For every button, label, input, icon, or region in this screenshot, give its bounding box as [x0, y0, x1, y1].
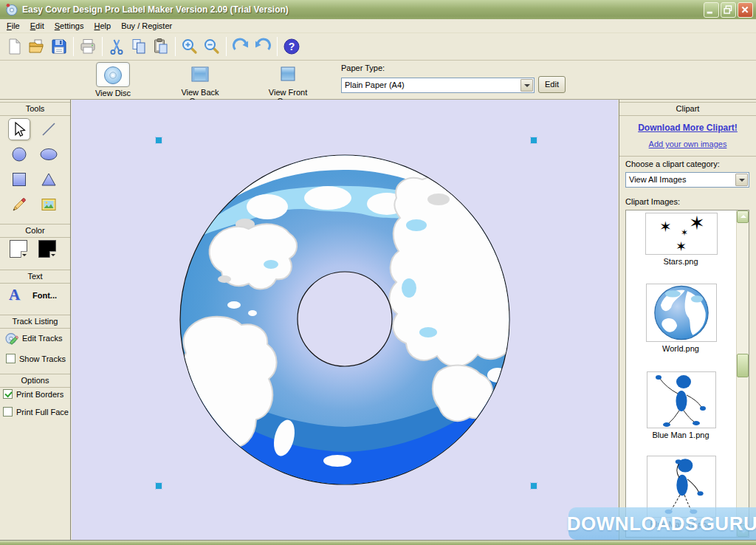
redo-button[interactable] [230, 35, 252, 58]
main-toolbar: ? [0, 33, 756, 61]
copy-button[interactable] [128, 35, 150, 58]
show-tracks-label[interactable]: Show Tracks [19, 354, 66, 363]
tool-rectangle[interactable] [8, 168, 30, 191]
print-button[interactable] [77, 35, 99, 58]
open-button[interactable] [26, 35, 48, 58]
undo-arrow-icon [254, 38, 272, 55]
ellipse-icon [40, 145, 58, 163]
font-a-icon: A [9, 286, 20, 304]
star-icon: ✶ [676, 240, 687, 253]
add-your-own-images-link[interactable]: Add your own images [619, 140, 756, 148]
selection-handle-bottom-right[interactable] [531, 483, 537, 489]
download-more-clipart-link[interactable]: Download More Clipart! [619, 123, 756, 133]
menu-file[interactable]: File [1, 20, 25, 32]
clipart-item-blue-man-1[interactable] [647, 371, 716, 428]
dropdown-arrow-icon[interactable] [735, 174, 748, 186]
scrollbar-thumb[interactable] [737, 354, 749, 377]
minimize-button[interactable] [704, 2, 719, 18]
paste-button[interactable] [150, 35, 172, 58]
tool-triangle[interactable] [38, 168, 60, 191]
tool-circle[interactable] [8, 143, 30, 165]
background-color-swatch[interactable] [38, 240, 56, 258]
clipart-category-value: View All Images [629, 175, 686, 184]
clipart-item-label: World.png [626, 344, 735, 353]
tools-sidebar: Tools [0, 100, 71, 540]
toolbar-separator [277, 37, 278, 56]
triangle-icon [40, 171, 58, 188]
help-button[interactable]: ? [281, 35, 303, 58]
undo-button[interactable] [252, 35, 274, 58]
downloads-guru-watermark: DOWNLOADS GURU [568, 507, 756, 540]
zoom-in-button[interactable] [179, 35, 201, 58]
toolbar-separator [102, 37, 103, 56]
edit-tracks-button[interactable]: Edit Tracks [0, 332, 70, 346]
menu-help[interactable]: Help [89, 20, 116, 32]
scroll-up-icon[interactable] [737, 210, 749, 223]
tool-image[interactable] [38, 193, 60, 216]
clipart-scrollbar[interactable] [736, 210, 749, 537]
menu-settings[interactable]: Settings [49, 20, 89, 32]
menu-buy-register[interactable]: Buy / Register [116, 20, 177, 32]
star-icon: ✶ [659, 219, 672, 234]
design-canvas[interactable] [72, 100, 618, 540]
tool-ellipse[interactable] [38, 143, 60, 165]
restore-button[interactable] [721, 2, 736, 18]
edit-paper-button[interactable]: Edit [538, 76, 566, 93]
save-floppy-icon [50, 38, 68, 55]
save-button[interactable] [48, 35, 70, 58]
redo-arrow-icon [232, 38, 250, 55]
front-cover-icon [271, 62, 305, 87]
line-icon [40, 120, 58, 138]
new-document-icon [6, 38, 24, 55]
selection-handle-top-right[interactable] [531, 137, 537, 143]
foreground-color-swatch[interactable] [10, 240, 27, 258]
new-button[interactable] [4, 35, 26, 58]
color-dropdown-icon[interactable] [49, 251, 56, 258]
tool-line[interactable] [38, 118, 60, 140]
titlebar[interactable]: Easy Cover Design Pro Label Maker Versio… [0, 0, 756, 19]
pointer-arrow-icon [10, 120, 28, 138]
app-disc-icon [5, 3, 18, 16]
disc-label-world-design[interactable] [179, 154, 511, 486]
toolbar-separator [175, 37, 176, 56]
print-icon [79, 38, 97, 55]
clipart-item-stars[interactable]: ✶ ✶ ✶ ✶ [645, 213, 718, 255]
clipart-item-world[interactable] [646, 284, 717, 342]
print-full-face-checkbox[interactable] [3, 407, 13, 417]
window-title: Easy Cover Design Pro Label Maker Versio… [22, 4, 704, 15]
menu-edit[interactable]: Edit [25, 20, 49, 32]
copy-icon [130, 38, 148, 55]
tool-pencil[interactable] [8, 193, 30, 216]
clipart-images-label: Clipart Images: [625, 197, 680, 206]
color-dropdown-icon[interactable] [21, 251, 27, 258]
print-full-face-label[interactable]: Print Full Face [16, 408, 69, 417]
font-button[interactable]: A Font... [0, 286, 70, 306]
color-header: Color [0, 224, 70, 238]
view-bar: View Disc View Back Cover [0, 61, 756, 100]
clipart-category-dropdown[interactable]: View All Images [625, 172, 749, 188]
star-icon: ✶ [681, 228, 688, 237]
track-listing-header: Track Listing [0, 315, 70, 329]
selection-handle-top-left[interactable] [156, 137, 162, 143]
close-button[interactable] [738, 2, 753, 18]
open-folder-icon [28, 38, 46, 55]
print-borders-label[interactable]: Print Borders [16, 390, 63, 399]
edit-tracks-label: Edit Tracks [22, 334, 62, 343]
cut-button[interactable] [106, 35, 128, 58]
zoom-out-button[interactable] [201, 35, 223, 58]
selection-handle-bottom-left[interactable] [156, 483, 162, 489]
dropdown-arrow-icon[interactable] [520, 79, 533, 92]
clipart-image-list[interactable]: ✶ ✶ ✶ ✶ Stars.png [625, 210, 749, 538]
rectangle-icon [10, 171, 28, 188]
image-icon [40, 196, 58, 213]
print-borders-checkbox[interactable] [3, 389, 13, 399]
world-thumbnail [647, 284, 716, 341]
zoom-out-icon [203, 38, 221, 55]
view-disc-button[interactable]: View Disc [85, 62, 141, 97]
paste-clipboard-icon [152, 38, 170, 55]
show-tracks-checkbox[interactable] [6, 354, 16, 363]
paper-type-label: Paper Type: [341, 64, 385, 72]
text-header: Text [0, 270, 70, 284]
tool-pointer[interactable] [8, 118, 30, 140]
paper-type-dropdown[interactable]: Plain Paper (A4) [341, 78, 535, 93]
